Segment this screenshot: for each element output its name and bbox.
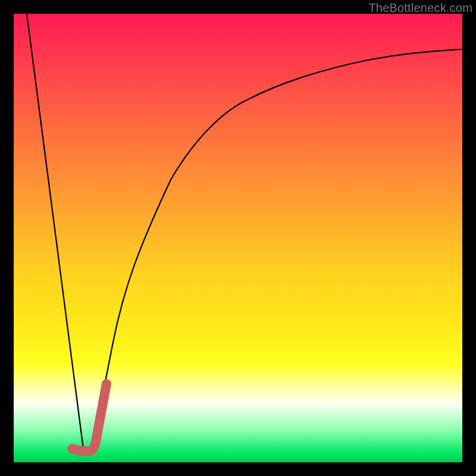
plot-background-gradient xyxy=(14,14,462,462)
chart-frame: TheBottleneck.com xyxy=(0,0,476,476)
watermark-text: TheBottleneck.com xyxy=(368,1,472,15)
